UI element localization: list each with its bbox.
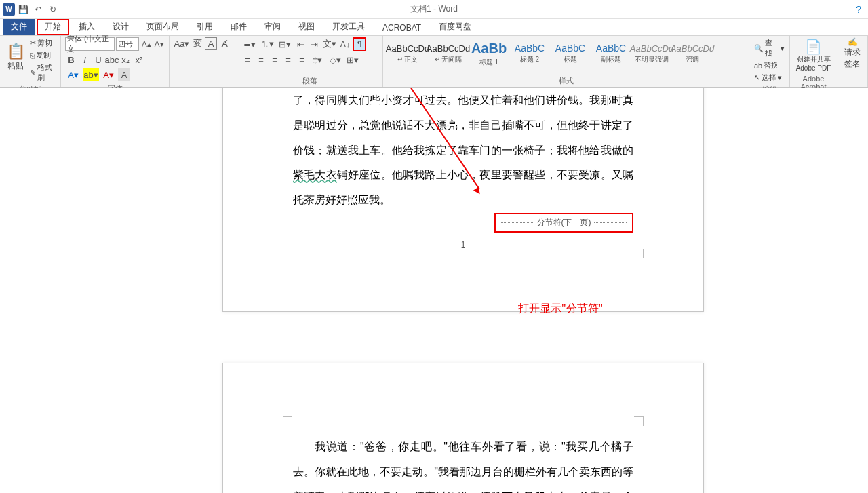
margin-corner (283, 249, 292, 258)
signature-icon: ✍ (842, 37, 863, 47)
brush-icon: ✎ (30, 68, 36, 77)
replace-icon: ab (754, 62, 762, 70)
group-styles-label: 样式 (387, 75, 745, 87)
change-case-button[interactable]: Aa▾ (174, 37, 190, 50)
ribbon: 📋 粘贴 ✂剪切 ⎘复制 ✎格式刷 剪贴板 宋体 (中文正文 四号 A▴ A▾ … (0, 35, 868, 88)
paragraph-2[interactable]: 我说道："爸爸，你走吧。"他往车外看了看，说："我买几个橘子去。你就在此地，不要… (293, 435, 633, 493)
char-border-button[interactable]: A (205, 37, 217, 50)
subscript-button[interactable]: x₂ (119, 54, 132, 66)
window-title: 文档1 - Word (410, 3, 458, 15)
tab-baidu[interactable]: 百度网盘 (431, 18, 479, 35)
style-subtitle[interactable]: AaBbC副标题 (591, 37, 631, 70)
style-normal[interactable]: AaBbCcDd↵ 正文 (387, 37, 428, 70)
highlight-button[interactable]: ab▾ (83, 68, 99, 81)
tab-references[interactable]: 引用 (189, 18, 221, 35)
style-emphasis[interactable]: AaBbCcDd强调 (672, 37, 713, 70)
create-pdf-button[interactable]: 📄 创建并共享 Adobe PDF (794, 37, 833, 73)
numbering-button[interactable]: ⒈▾ (259, 38, 275, 50)
tab-mailings[interactable]: 邮件 (222, 18, 255, 35)
line-spacing-button[interactable]: ‡▾ (309, 54, 326, 66)
tab-layout[interactable]: 页面布局 (138, 18, 187, 35)
save-button[interactable]: 💾 (16, 3, 30, 16)
help-icon[interactable]: ? (856, 4, 861, 15)
chevron-down-icon: ▾ (781, 44, 785, 53)
tab-design[interactable]: 设计 (104, 18, 137, 35)
style-subtle-emphasis[interactable]: AaBbCcDd不明显强调 (631, 37, 672, 70)
scissors-icon: ✂ (30, 39, 36, 47)
font-name-selector[interactable]: 宋体 (中文正文 (65, 37, 115, 51)
align-distribute-button[interactable]: ≡ (296, 54, 308, 66)
phonetic-button[interactable]: 変 (191, 37, 203, 50)
paragraph-1[interactable]: 了，得同脚夫们些小资才可过去。他便又忙着和他们讲价钱。我那时真是聪明过分，总觉他… (293, 88, 633, 213)
shading-button[interactable]: ◇▾ (327, 54, 343, 66)
find-button[interactable]: 🔍查找▾ (753, 37, 785, 59)
underline-button[interactable]: U (92, 54, 104, 66)
char-shading-button[interactable]: A (118, 68, 130, 81)
tab-file[interactable]: 文件 (3, 18, 35, 35)
text-effects-button[interactable]: A▾ (65, 68, 81, 81)
margin-corner (634, 416, 644, 426)
bullets-button[interactable]: ≣▾ (241, 38, 258, 50)
styles-gallery[interactable]: AaBbCcDd↵ 正文 AaBbCcDd↵ 无间隔 AaBb标题 1 AaBb… (387, 37, 745, 70)
italic-button[interactable]: I (79, 54, 91, 66)
style-heading2[interactable]: AaBbC标题 2 (509, 37, 550, 70)
align-right-button[interactable]: ≡ (269, 54, 281, 66)
strike-button[interactable]: abc (106, 54, 118, 66)
document-canvas[interactable]: 了，得同脚夫们些小资才可过去。他便又忙着和他们讲价钱。我那时真是聪明过分，总觉他… (0, 88, 868, 493)
tab-home[interactable]: 开始 (37, 18, 69, 35)
redo-button[interactable]: ↻ (46, 3, 60, 16)
asian-layout-button[interactable]: 文▾ (321, 38, 338, 50)
copy-icon: ⎘ (30, 52, 35, 60)
search-icon: 🔍 (754, 44, 764, 53)
sort-button[interactable]: A↓ (339, 38, 351, 50)
page-1[interactable]: 了，得同脚夫们些小资才可过去。他便又忙着和他们讲价钱。我那时真是聪明过分，总觉他… (222, 88, 704, 312)
word-app-icon: W (3, 3, 15, 16)
style-heading1[interactable]: AaBb标题 1 (469, 37, 509, 70)
tab-insert[interactable]: 插入 (71, 18, 103, 35)
format-painter-button[interactable]: ✎格式刷 (28, 62, 56, 83)
replace-button[interactable]: ab替换 (753, 60, 785, 71)
paste-button[interactable]: 📋 粘贴 (4, 37, 27, 77)
tab-acrobat[interactable]: ACROBAT (374, 20, 429, 35)
group-paragraph-label: 段落 (241, 75, 378, 87)
undo-button[interactable]: ↶ (31, 3, 45, 16)
ribbon-tabs: 文件 开始 插入 设计 页面布局 引用 邮件 审阅 视图 开发工具 ACROBA… (0, 19, 868, 35)
select-button[interactable]: ↖选择▾ (753, 72, 785, 83)
pdf-icon: 📄 (805, 39, 822, 55)
copy-button[interactable]: ⎘复制 (28, 50, 56, 61)
margin-corner (283, 416, 292, 426)
style-title[interactable]: AaBbC标题 (550, 37, 591, 70)
chevron-down-icon: ▾ (778, 73, 782, 82)
increase-font-button[interactable]: A▴ (140, 38, 152, 50)
font-color-button[interactable]: A▾ (100, 68, 117, 81)
decrease-font-button[interactable]: A▾ (153, 38, 165, 50)
align-justify-button[interactable]: ≡ (282, 54, 294, 66)
tab-review[interactable]: 审阅 (256, 18, 289, 35)
increase-indent-button[interactable]: ⇥ (308, 38, 320, 50)
superscript-button[interactable]: x² (133, 54, 145, 66)
style-nospacing[interactable]: AaBbCcDd↵ 无间隔 (428, 37, 469, 70)
tab-view[interactable]: 视图 (290, 18, 323, 35)
page-number: 1 (461, 240, 466, 250)
tab-developer[interactable]: 开发工具 (324, 18, 373, 35)
margin-corner (634, 249, 644, 258)
multilevel-button[interactable]: ⊟▾ (277, 38, 293, 50)
clear-format-button[interactable]: A̸ (218, 37, 231, 50)
decrease-indent-button[interactable]: ⇤ (294, 38, 307, 50)
bold-button[interactable]: B (65, 54, 77, 66)
show-marks-button[interactable]: ¶ (353, 37, 366, 51)
page-2[interactable]: 我说道："爸爸，你走吧。"他往车外看了看，说："我买几个橘子去。你就在此地，不要… (222, 363, 704, 493)
borders-button[interactable]: ⊞▾ (344, 54, 361, 66)
request-signature-button[interactable]: ✍ 请求 签名 (842, 37, 863, 70)
font-size-selector[interactable]: 四号 (116, 37, 139, 51)
clipboard-icon: 📋 (7, 43, 25, 60)
cut-button[interactable]: ✂剪切 (28, 37, 56, 49)
cursor-icon: ↖ (754, 73, 760, 82)
annotation-text: 打开显示"分节符" (518, 302, 603, 316)
align-left-button[interactable]: ≡ (241, 54, 254, 66)
section-break-indicator: 分节符(下一页) (494, 213, 633, 233)
align-center-button[interactable]: ≡ (255, 54, 267, 66)
